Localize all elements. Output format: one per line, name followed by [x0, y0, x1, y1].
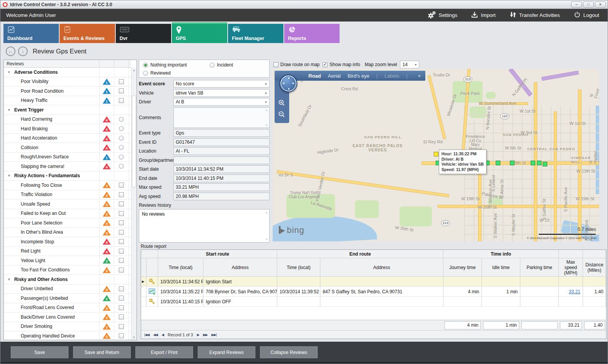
tab-events-reviews[interactable]: Events & Reviews — [60, 24, 115, 43]
settings-button[interactable]: Settings — [428, 10, 458, 20]
collapse-arrow-icon[interactable]: ▼ — [7, 278, 11, 281]
review-item-row[interactable]: In Other's Blind Area3 — [4, 228, 131, 238]
review-checkbox[interactable] — [119, 79, 124, 84]
event-id-field[interactable]: G017647 — [173, 138, 270, 146]
status-option[interactable]: Reviewed — [143, 70, 171, 76]
table-row[interactable]: ▶10/3/2014 11:34:52 PMIgnition Start — [141, 277, 606, 287]
review-item-row[interactable]: Driver Smoking3 — [4, 322, 131, 332]
pan-down-icon[interactable]: ▼ — [287, 87, 290, 91]
review-item-row[interactable]: Failed to Keep an Out3 — [4, 209, 131, 219]
close-button[interactable]: × — [595, 2, 606, 8]
review-checkbox[interactable] — [119, 201, 124, 206]
review-group-row[interactable]: ▼Risky and Other Actions — [4, 275, 131, 284]
nav-next-icon[interactable]: ▶▶| — [212, 333, 217, 337]
review-checkbox[interactable] — [119, 268, 124, 273]
review-checkbox[interactable] — [119, 324, 124, 329]
nav-next-icon[interactable]: ▶ — [197, 333, 199, 337]
nav-prev-icon[interactable]: |◀◀ — [144, 333, 149, 337]
avg-speed-field[interactable]: 20.98 MPH — [173, 193, 270, 200]
event-type-field[interactable]: Gps — [173, 129, 270, 137]
review-item-row[interactable]: Slapping the camera!4 — [4, 162, 131, 171]
scroll-down-icon[interactable]: ▼ — [132, 336, 137, 339]
save-button[interactable]: Save — [11, 346, 68, 358]
map-nav-collapse-icon[interactable]: « — [418, 73, 421, 78]
history-scroll-down-icon[interactable]: ▼ — [265, 238, 268, 241]
review-checkbox[interactable] — [119, 314, 124, 319]
table-row[interactable]: 10/3/2014 11:40:15 PMIgnition OFF — [141, 297, 606, 307]
collapse-arrow-icon[interactable]: ▼ — [7, 174, 11, 178]
review-radio[interactable] — [119, 117, 124, 122]
status-option[interactable]: Nothing important — [143, 62, 187, 68]
review-item-row[interactable]: Rough/Uneven Surface1 — [4, 153, 131, 162]
end-date-field[interactable]: 10/3/2014 11:40:15 PM — [173, 175, 270, 182]
review-item-row[interactable]: Collision4 — [4, 143, 131, 153]
event-score-select[interactable]: No score▼ — [173, 80, 270, 88]
status-radio[interactable] — [143, 63, 148, 68]
comments-textarea[interactable]: ▲▼ — [173, 107, 270, 128]
table-row[interactable]: 10/3/2014 11:35:22 PM708 Bynner Dr, San … — [141, 287, 606, 297]
map[interactable]: Trudie DrN Gaffey PlN Front StPeck ParkW… — [273, 69, 599, 241]
review-checkbox[interactable] — [119, 249, 124, 254]
route-point-marker[interactable] — [543, 162, 547, 166]
history-scroll-up-icon[interactable]: ▲ — [265, 211, 268, 214]
max-speed-link[interactable]: 33.21 — [569, 289, 580, 294]
review-item-row[interactable]: Too Fast For Conditions3 — [4, 266, 131, 275]
maximize-button[interactable]: □ — [583, 2, 594, 8]
review-item-row[interactable]: Hard Cornering4 — [4, 115, 131, 125]
review-item-row[interactable]: Red Light4 — [4, 247, 131, 256]
tab-dvr[interactable]: Dvr — [116, 24, 171, 43]
tab-dashboard[interactable]: Dashboard — [3, 24, 59, 43]
map-style-aerial[interactable]: Aerial — [328, 73, 341, 79]
max-speed-field[interactable]: 33.21 MPH — [173, 183, 270, 191]
back-button[interactable]: ← — [6, 47, 15, 56]
review-item-row[interactable]: Front/Road Lens Covered3 — [4, 303, 131, 313]
collapse-arrow-icon[interactable]: ▼ — [7, 108, 11, 112]
transfer-activities-button[interactable]: Transfer Activities — [510, 10, 560, 20]
review-radio[interactable] — [119, 164, 124, 169]
vehicle-select[interactable]: idrive Van SB▼ — [173, 89, 270, 97]
driver-select[interactable]: Al B▼ — [173, 98, 270, 106]
review-group-row[interactable]: ▼Adverse Conditions — [4, 68, 131, 77]
scroll-up-icon[interactable]: ▲ — [132, 69, 137, 71]
review-radio[interactable] — [119, 126, 124, 131]
scroll-thumb[interactable] — [132, 95, 136, 188]
map-zoom-out-icon[interactable] — [278, 111, 286, 118]
location-field[interactable]: Al - FL — [173, 147, 270, 155]
review-item-row[interactable]: Driver Unbelted3 — [4, 284, 131, 294]
save-and-return-button[interactable]: Save and Return — [73, 346, 131, 358]
review-checkbox[interactable] — [119, 220, 124, 225]
map-zoom-in-icon[interactable] — [278, 99, 286, 107]
review-item-row[interactable]: Traffic Violation3 — [4, 190, 131, 200]
show-map-info-option[interactable]: Show map info — [323, 62, 360, 67]
review-checkbox[interactable] — [119, 98, 124, 103]
export-print-button[interactable]: Export / Print — [135, 346, 193, 358]
review-checkbox[interactable] — [119, 192, 124, 197]
draw-route-checkbox[interactable] — [273, 62, 278, 67]
review-checkbox[interactable] — [119, 286, 124, 291]
review-checkbox[interactable] — [119, 183, 124, 188]
review-item-row[interactable]: Unsafe Speed3 — [4, 199, 131, 209]
review-checkbox[interactable] — [119, 88, 124, 93]
map-style-labels[interactable]: Labels — [385, 73, 399, 79]
down-button[interactable]: ↓ — [18, 47, 28, 56]
route-point-marker[interactable] — [531, 161, 535, 165]
review-item-row[interactable]: Operating Handled Device3 — [4, 331, 131, 340]
start-date-field[interactable]: 10/3/2014 11:34:52 PM — [173, 165, 270, 173]
tab-fleet-manager[interactable]: Fleet Manager — [228, 24, 283, 43]
review-item-row[interactable]: Passenger(s) Unbelted2 — [4, 294, 131, 303]
review-item-row[interactable]: Yellow Light2 — [4, 256, 131, 266]
minimize-button[interactable]: – — [571, 2, 582, 8]
review-item-row[interactable]: Hard Acceleration4 — [4, 134, 131, 143]
status-option[interactable]: Incident — [210, 62, 233, 68]
nav-prev-icon[interactable]: ◀ — [162, 333, 164, 337]
review-item-row[interactable]: Poor Visibility1 — [4, 77, 131, 87]
review-radio[interactable] — [119, 136, 124, 141]
route-point-marker[interactable] — [496, 161, 500, 165]
map-style-road[interactable]: Road — [308, 73, 321, 79]
pan-right-icon[interactable]: ► — [292, 81, 295, 85]
pan-left-icon[interactable]: ◄ — [282, 81, 285, 85]
review-item-row[interactable]: Following Too Close3 — [4, 181, 131, 190]
review-checkbox[interactable] — [119, 333, 124, 338]
review-item-row[interactable]: Back/Driver Lens Covered3 — [4, 312, 131, 322]
tab-reports[interactable]: Reports — [284, 24, 340, 43]
